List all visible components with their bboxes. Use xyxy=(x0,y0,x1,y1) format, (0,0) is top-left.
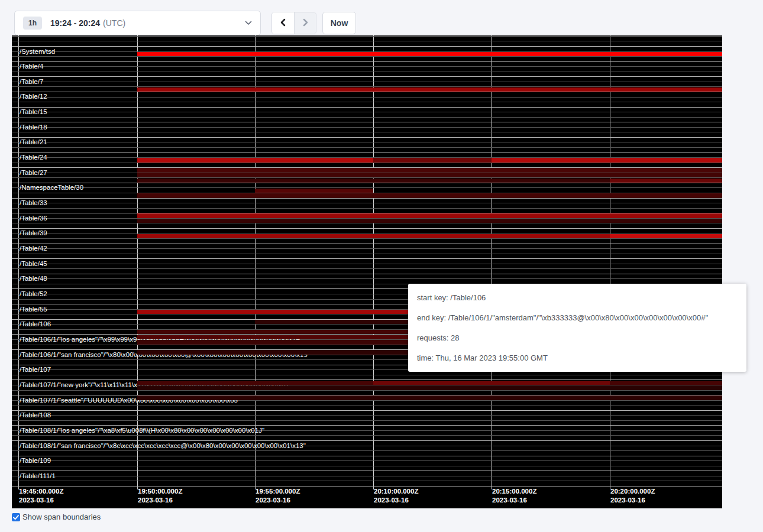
heat-band[interactable] xyxy=(137,234,610,238)
span-boundary-line xyxy=(12,440,722,441)
span-subline xyxy=(12,268,722,269)
heat-band[interactable] xyxy=(373,158,492,162)
time-tick-label: 19:55:00.000Z2023-03-16 xyxy=(256,487,300,505)
time-tick-label: 19:50:00.000Z2023-03-16 xyxy=(138,487,182,505)
time-gridline xyxy=(373,35,374,489)
heat-band[interactable] xyxy=(373,381,610,385)
time-gridline xyxy=(18,35,19,489)
span-boundary-line xyxy=(12,107,722,108)
time-range-badge: 1h xyxy=(23,17,42,30)
span-subline xyxy=(12,56,722,57)
show-span-boundaries-label: Show span boundaries xyxy=(22,512,101,521)
span-subline xyxy=(12,72,722,72)
heat-band[interactable] xyxy=(137,395,722,400)
span-boundary-line xyxy=(12,228,722,229)
heat-band[interactable] xyxy=(137,179,610,183)
span-boundary-line xyxy=(12,244,722,244)
span-boundary-line xyxy=(12,425,722,426)
tooltip-requests: requests: 28 xyxy=(417,332,738,344)
span-subline xyxy=(12,466,722,466)
time-gridline xyxy=(610,35,610,489)
span-boundary-line xyxy=(12,198,722,199)
tick-date: 2023-03-16 xyxy=(138,496,182,505)
span-subline xyxy=(12,390,722,391)
heat-band[interactable] xyxy=(137,193,722,197)
row-label: /Table/108 xyxy=(20,411,51,419)
chevron-left-icon xyxy=(279,18,287,28)
span-subline xyxy=(12,405,722,406)
time-tick-label: 19:45:00.000Z2023-03-16 xyxy=(19,487,63,505)
heat-band[interactable] xyxy=(137,385,722,390)
span-subline xyxy=(12,264,722,264)
span-boundary-line xyxy=(12,153,722,153)
row-label: /Table/108/1/"san francisco"/"\x8c\xcc\x… xyxy=(20,442,306,449)
time-tick-label: 20:15:00.000Z2023-03-16 xyxy=(492,487,536,505)
span-subline xyxy=(12,142,722,142)
span-boundary-line xyxy=(12,486,722,486)
row-label: /Table/33 xyxy=(20,199,47,206)
row-label: /Table/15 xyxy=(20,108,47,115)
tick-date: 2023-03-16 xyxy=(256,496,300,505)
span-subline xyxy=(12,208,722,209)
span-subline xyxy=(12,481,722,481)
time-gridline xyxy=(255,35,256,489)
time-range-timezone: (UTC) xyxy=(103,18,125,28)
heat-band[interactable] xyxy=(255,189,373,193)
row-label: /Table/36 xyxy=(20,215,47,222)
span-subline xyxy=(12,248,722,249)
span-boundary-line xyxy=(12,122,722,122)
time-range-select[interactable]: 1h 19:24 - 20:24 (UTC) xyxy=(14,11,261,35)
heat-band[interactable] xyxy=(137,381,373,385)
span-boundary-line xyxy=(12,61,722,62)
heat-band[interactable] xyxy=(137,213,722,218)
key-visualizer-page: 1h 19:24 - 20:24 (UTC) Now /System/tsd/T… xyxy=(0,0,763,532)
prev-time-button[interactable] xyxy=(272,12,294,34)
span-subline xyxy=(12,102,722,102)
heat-band[interactable] xyxy=(137,219,722,223)
tick-time: 19:55:00.000Z xyxy=(256,487,300,496)
chevron-down-icon xyxy=(245,21,252,25)
span-subline xyxy=(12,132,722,132)
next-time-button[interactable] xyxy=(294,12,316,34)
heat-band[interactable] xyxy=(610,381,722,385)
time-gridline xyxy=(492,35,492,489)
chevron-right-icon xyxy=(301,18,309,28)
heatmap-canvas[interactable]: /System/tsd/Table/4/Table/7/Table/12/Tab… xyxy=(12,35,722,508)
heat-band[interactable] xyxy=(610,234,722,238)
heat-band[interactable] xyxy=(610,179,722,183)
heat-band[interactable] xyxy=(137,168,722,172)
span-subline xyxy=(12,163,722,163)
heat-band[interactable] xyxy=(137,158,373,162)
span-boundary-line xyxy=(12,76,722,77)
tick-date: 2023-03-16 xyxy=(374,496,418,505)
row-label: /Table/55 xyxy=(20,306,47,313)
span-boundary-line xyxy=(12,471,722,471)
span-boundary-line xyxy=(12,274,722,274)
heat-band[interactable] xyxy=(137,87,722,92)
span-subline xyxy=(12,420,722,421)
span-subline xyxy=(12,254,722,254)
time-tick-label: 20:10:00.000Z2023-03-16 xyxy=(374,487,418,505)
heat-band[interactable] xyxy=(137,52,722,56)
tick-date: 2023-03-16 xyxy=(492,496,536,505)
span-subline xyxy=(12,223,722,223)
now-button[interactable]: Now xyxy=(322,12,356,34)
heat-band[interactable] xyxy=(137,173,722,177)
span-subline xyxy=(12,82,722,82)
heat-band[interactable] xyxy=(492,158,722,162)
show-span-boundaries-checkbox[interactable] xyxy=(12,513,20,521)
span-subline xyxy=(12,460,722,461)
span-subline xyxy=(12,415,722,416)
span-subline xyxy=(12,66,722,67)
tooltip-time: time: Thu, 16 Mar 2023 19:55:00 GMT xyxy=(417,352,738,364)
row-label: /Table/21 xyxy=(20,138,47,145)
time-nav-group xyxy=(271,12,316,34)
tick-time: 20:15:00.000Z xyxy=(492,487,536,496)
span-subline xyxy=(12,36,722,37)
row-label: /System/tsd xyxy=(20,48,55,55)
span-subline xyxy=(12,238,722,239)
span-boundary-line xyxy=(12,410,722,411)
row-label: /Table/39 xyxy=(20,229,47,236)
footer: Show span boundaries xyxy=(12,512,101,522)
heatmap-tooltip: start key: /Table/106 end key: /Table/10… xyxy=(408,284,746,372)
